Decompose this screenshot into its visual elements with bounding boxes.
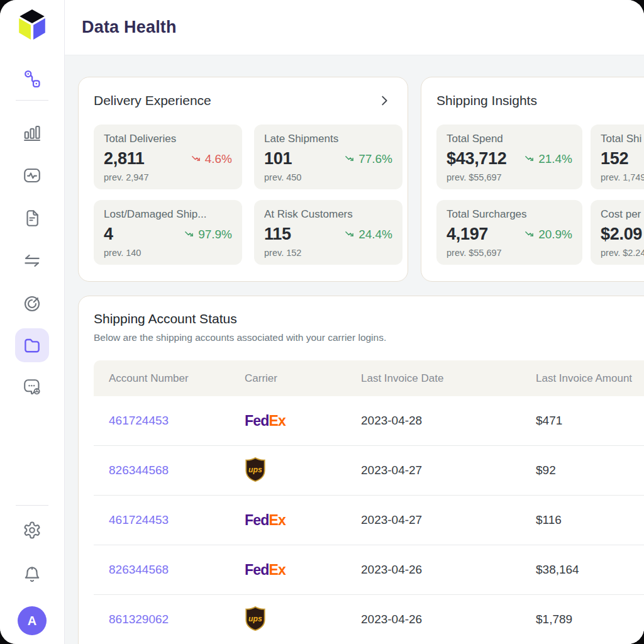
accounts-table: Account Number Carrier Last Invoice Date…: [94, 360, 644, 644]
shipping-insights-card: Shipping Insights Total Spend $43,712: [421, 77, 644, 282]
bar-chart-icon[interactable]: [21, 122, 43, 143]
last-invoice-amount: $116: [536, 513, 644, 527]
last-invoice-amount: $92: [536, 464, 644, 477]
metric-tiles: Total Spend $43,712 21.4% prev. $55,697: [436, 125, 644, 265]
trend-indicator: 21.4%: [524, 152, 572, 166]
account-number-link[interactable]: 826344568: [109, 464, 169, 477]
change-percent: 21.4%: [538, 152, 572, 166]
account-number-link[interactable]: 461724453: [109, 513, 169, 526]
trending-down-icon: [184, 230, 194, 239]
sidebar-divider: [16, 505, 48, 506]
metric-label: At Risk Customers: [264, 208, 392, 221]
fedex-logo: FedEx: [245, 563, 286, 577]
account-number-link[interactable]: 826344568: [109, 563, 169, 576]
column-header-last-invoice-amount: Last Invoice Amount: [536, 372, 644, 385]
column-header-carrier: Carrier: [245, 372, 361, 385]
account-number-link[interactable]: 461724453: [109, 414, 169, 427]
metric-value: $2.09: [601, 225, 642, 244]
change-percent: 77.6%: [358, 152, 392, 166]
route-icon[interactable]: [21, 68, 43, 89]
trend-indicator: 77.6%: [344, 152, 392, 166]
metric-value: 152: [601, 149, 628, 169]
trending-down-icon: [344, 230, 355, 239]
folder-icon: [23, 336, 42, 355]
disc-icon[interactable]: [21, 293, 43, 314]
metric-value: 115: [264, 225, 291, 244]
column-header-last-invoice-date: Last Invoice Date: [361, 372, 536, 385]
metric-tile-cost-per: Cost per $2.09 prev. $2.24: [591, 200, 644, 265]
ups-logo: ups: [245, 606, 266, 631]
change-percent: 4.6%: [205, 152, 232, 166]
section-title: Shipping Account Status: [94, 311, 644, 326]
page-title: Data Health: [82, 18, 177, 37]
previous-value: prev. $55,697: [447, 172, 572, 182]
swap-arrows-icon[interactable]: [21, 250, 43, 272]
summary-cards-row: Delivery Experience Total Deliveries 2,8…: [78, 77, 644, 282]
change-percent: 24.4%: [358, 228, 392, 242]
last-invoice-date: 2023-04-26: [361, 563, 536, 577]
page-header: Data Health: [65, 0, 644, 55]
trend-indicator: 20.9%: [524, 228, 572, 242]
app-logo-cube-icon[interactable]: [18, 9, 47, 42]
sidebar-item-files-active[interactable]: [15, 328, 49, 362]
table-row: 861329062 FedEx ups 2023-04-26 $1,789: [94, 595, 644, 644]
previous-value: prev. 2,947: [104, 172, 232, 182]
metric-tile-total-surcharges: Total Surcharges 4,197 20.9% prev. $55,6…: [436, 200, 582, 265]
user-avatar[interactable]: A: [18, 606, 47, 635]
metric-tile-total-shipments: Total Shi 152 prev. 1,749: [591, 125, 644, 189]
previous-value: prev. 450: [264, 172, 392, 182]
metric-label: Total Shi: [601, 133, 644, 145]
avatar-letter: A: [28, 614, 36, 628]
main-area: Data Health Delivery Experience Total De…: [65, 0, 644, 644]
fedex-logo: FedEx: [245, 513, 286, 528]
change-percent: 20.9%: [538, 228, 572, 242]
metric-value: $43,712: [447, 149, 507, 169]
last-invoice-date: 2023-04-26: [361, 613, 536, 626]
last-invoice-amount: $471: [536, 414, 644, 428]
carrier-cell: FedEx ups: [245, 457, 361, 485]
settings-gear-icon[interactable]: [21, 519, 43, 541]
metric-value: 4,197: [447, 225, 488, 244]
trend-indicator: 24.4%: [344, 228, 392, 242]
metric-tile-late-shipments: Late Shipments 101 77.6% prev. 450: [254, 125, 402, 189]
metric-label: Lost/Damaged Ship...: [104, 208, 232, 221]
metric-label: Total Surcharges: [447, 208, 572, 221]
notifications-bell-icon[interactable]: [21, 564, 43, 585]
metric-value: 101: [264, 149, 292, 169]
account-number-link[interactable]: 861329062: [109, 613, 169, 626]
delivery-experience-card: Delivery Experience Total Deliveries 2,8…: [78, 77, 408, 282]
carrier-cell: FedEx ups: [245, 414, 361, 428]
sidebar-divider: [16, 100, 48, 101]
carrier-cell: FedEx ups: [245, 563, 361, 577]
trending-down-icon: [191, 154, 201, 164]
previous-value: prev. 152: [264, 248, 392, 258]
ups-logo: ups: [245, 457, 266, 482]
activity-icon[interactable]: [21, 165, 43, 186]
card-header: Delivery Experience: [94, 92, 392, 109]
trend-indicator: 4.6%: [191, 152, 232, 166]
shipping-account-status-card: Shipping Account Status Below are the sh…: [78, 296, 644, 644]
metric-value: 2,811: [104, 149, 145, 169]
document-icon[interactable]: [21, 208, 43, 229]
trending-down-icon: [524, 154, 535, 164]
metric-tile-lost-damaged: Lost/Damaged Ship... 4 97.9% prev. 140: [94, 200, 242, 265]
card-header: Shipping Insights: [436, 92, 644, 109]
metric-label: Total Deliveries: [104, 133, 232, 145]
section-subtitle: Below are the shipping accounts associat…: [94, 332, 644, 343]
metric-tile-total-spend: Total Spend $43,712 21.4% prev. $55,697: [436, 125, 582, 189]
app-window: A Data Health Delivery Experience: [0, 0, 644, 644]
column-header-account-number: Account Number: [109, 372, 245, 385]
content-area: Delivery Experience Total Deliveries 2,8…: [65, 55, 644, 644]
table-row: 826344568 FedEx ups 2023-04-27 $92: [94, 446, 644, 496]
chevron-right-icon[interactable]: [376, 92, 392, 109]
chat-assistant-icon[interactable]: [21, 376, 43, 397]
fedex-logo: FedEx: [245, 414, 286, 428]
table-row: 461724453 FedEx ups 2023-04-28 $471: [94, 396, 644, 446]
last-invoice-amount: $38,164: [536, 563, 644, 577]
table-header-row: Account Number Carrier Last Invoice Date…: [94, 360, 644, 396]
card-title: Shipping Insights: [436, 93, 537, 108]
trending-down-icon: [344, 154, 355, 164]
metric-value: 4: [104, 225, 113, 244]
svg-text:ups: ups: [248, 614, 262, 623]
sidebar: A: [0, 0, 65, 644]
